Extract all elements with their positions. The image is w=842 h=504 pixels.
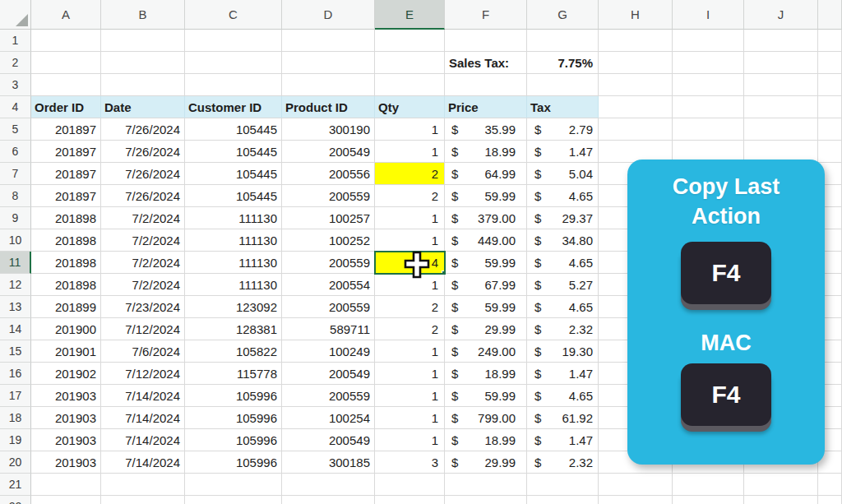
cell-F20[interactable]: $29.99 bbox=[445, 451, 527, 474]
cell-F15[interactable]: $249.00 bbox=[445, 340, 527, 363]
cell-G16[interactable]: $1.47 bbox=[527, 363, 599, 385]
cell-E8[interactable]: 2 bbox=[375, 185, 445, 207]
cell-G17[interactable]: $4.65 bbox=[527, 385, 599, 407]
cell-stub22[interactable] bbox=[818, 496, 842, 504]
cell-A21[interactable] bbox=[31, 474, 101, 496]
cell-B8[interactable]: 7/26/2024 bbox=[101, 185, 185, 207]
cell-E13[interactable]: 2 bbox=[375, 296, 445, 318]
cell-F2[interactable]: Sales Tax: bbox=[445, 52, 527, 74]
cell-D11[interactable]: 200559 bbox=[282, 252, 375, 274]
cell-B21[interactable] bbox=[101, 474, 185, 496]
cell-F19[interactable]: $18.99 bbox=[445, 429, 527, 451]
cell-F13[interactable]: $59.99 bbox=[445, 296, 527, 318]
cell-D13[interactable]: 200559 bbox=[282, 296, 375, 318]
cell-A17[interactable]: 201903 bbox=[31, 385, 101, 407]
row-header-19[interactable]: 19 bbox=[0, 429, 31, 451]
cell-I3[interactable] bbox=[673, 74, 744, 96]
cell-E6[interactable]: 1 bbox=[375, 141, 445, 163]
cell-J3[interactable] bbox=[744, 74, 818, 96]
cell-G5[interactable]: $2.79 bbox=[527, 118, 599, 141]
column-header-F[interactable]: F bbox=[445, 0, 527, 30]
row-header-11[interactable]: 11 bbox=[0, 252, 31, 274]
cell-I4[interactable] bbox=[673, 96, 744, 118]
cell-J21[interactable] bbox=[744, 474, 818, 496]
cell-D16[interactable]: 200549 bbox=[282, 363, 375, 385]
cell-B2[interactable] bbox=[101, 52, 185, 74]
cell-G2[interactable]: 7.75% bbox=[527, 52, 599, 74]
cell-G10[interactable]: $34.80 bbox=[527, 229, 599, 252]
cell-G20[interactable]: $2.32 bbox=[527, 451, 599, 474]
cell-F7[interactable]: $64.99 bbox=[445, 163, 527, 185]
cell-E5[interactable]: 1 bbox=[375, 118, 445, 141]
cell-D15[interactable]: 100249 bbox=[282, 340, 375, 363]
column-header-J[interactable]: J bbox=[744, 0, 818, 30]
cell-B14[interactable]: 7/12/2024 bbox=[101, 318, 185, 340]
cell-I2[interactable] bbox=[673, 52, 744, 74]
cell-G11[interactable]: $4.65 bbox=[527, 252, 599, 274]
cell-G19[interactable]: $1.47 bbox=[527, 429, 599, 451]
cell-C20[interactable]: 105996 bbox=[185, 451, 282, 474]
cell-E2[interactable] bbox=[375, 52, 445, 74]
cell-A12[interactable]: 201898 bbox=[31, 274, 101, 296]
cell-A5[interactable]: 201897 bbox=[31, 118, 101, 141]
cell-E1[interactable] bbox=[375, 30, 445, 52]
cell-D22[interactable] bbox=[282, 496, 375, 504]
cell-A6[interactable]: 201897 bbox=[31, 141, 101, 163]
cell-B5[interactable]: 7/26/2024 bbox=[101, 118, 185, 141]
cell-J2[interactable] bbox=[744, 52, 818, 74]
row-header-22[interactable]: 22 bbox=[0, 496, 31, 504]
cell-D17[interactable]: 200559 bbox=[282, 385, 375, 407]
cell-stub6[interactable] bbox=[818, 141, 842, 163]
cell-F4[interactable]: Price bbox=[445, 96, 527, 118]
column-header-stub[interactable] bbox=[818, 0, 842, 30]
cell-D12[interactable]: 200554 bbox=[282, 274, 375, 296]
cell-H4[interactable] bbox=[599, 96, 673, 118]
selection-fill-handle[interactable] bbox=[442, 270, 445, 274]
column-header-I[interactable]: I bbox=[673, 0, 744, 30]
cell-C15[interactable]: 105822 bbox=[185, 340, 282, 363]
cell-A1[interactable] bbox=[31, 30, 101, 52]
column-header-H[interactable]: H bbox=[599, 0, 673, 30]
cell-A7[interactable]: 201897 bbox=[31, 163, 101, 185]
cell-D3[interactable] bbox=[282, 74, 375, 96]
cell-J5[interactable] bbox=[744, 118, 818, 141]
cell-E19[interactable]: 1 bbox=[375, 429, 445, 451]
cell-B22[interactable] bbox=[101, 496, 185, 504]
cell-A18[interactable]: 201903 bbox=[31, 407, 101, 429]
cell-D5[interactable]: 300190 bbox=[282, 118, 375, 141]
cell-B10[interactable]: 7/2/2024 bbox=[101, 229, 185, 252]
cell-stub4[interactable] bbox=[818, 96, 842, 118]
cell-D18[interactable]: 100254 bbox=[282, 407, 375, 429]
cell-stub2[interactable] bbox=[818, 52, 842, 74]
cell-E4[interactable]: Qty bbox=[375, 96, 445, 118]
column-header-D[interactable]: D bbox=[282, 0, 375, 30]
cell-B9[interactable]: 7/2/2024 bbox=[101, 207, 185, 229]
cell-F16[interactable]: $18.99 bbox=[445, 363, 527, 385]
cell-G15[interactable]: $19.30 bbox=[527, 340, 599, 363]
cell-A20[interactable]: 201903 bbox=[31, 451, 101, 474]
cell-F21[interactable] bbox=[445, 474, 527, 496]
cell-D10[interactable]: 100252 bbox=[282, 229, 375, 252]
cell-I21[interactable] bbox=[673, 474, 744, 496]
cell-G8[interactable]: $4.65 bbox=[527, 185, 599, 207]
cell-B3[interactable] bbox=[101, 74, 185, 96]
cell-B4[interactable]: Date bbox=[101, 96, 185, 118]
cell-E3[interactable] bbox=[375, 74, 445, 96]
row-header-4[interactable]: 4 bbox=[0, 96, 31, 118]
cell-stub1[interactable] bbox=[818, 30, 842, 52]
cell-E7[interactable]: 2 bbox=[375, 163, 445, 185]
cell-E10[interactable]: 1 bbox=[375, 229, 445, 252]
cell-A10[interactable]: 201898 bbox=[31, 229, 101, 252]
row-header-6[interactable]: 6 bbox=[0, 141, 31, 163]
row-header-20[interactable]: 20 bbox=[0, 451, 31, 474]
cell-C21[interactable] bbox=[185, 474, 282, 496]
cell-E18[interactable]: 1 bbox=[375, 407, 445, 429]
cell-B6[interactable]: 7/26/2024 bbox=[101, 141, 185, 163]
cell-C8[interactable]: 105445 bbox=[185, 185, 282, 207]
cell-A2[interactable] bbox=[31, 52, 101, 74]
cell-H21[interactable] bbox=[599, 474, 673, 496]
cell-C5[interactable]: 105445 bbox=[185, 118, 282, 141]
cell-A22[interactable] bbox=[31, 496, 101, 504]
cell-G3[interactable] bbox=[527, 74, 599, 96]
cell-E9[interactable]: 1 bbox=[375, 207, 445, 229]
